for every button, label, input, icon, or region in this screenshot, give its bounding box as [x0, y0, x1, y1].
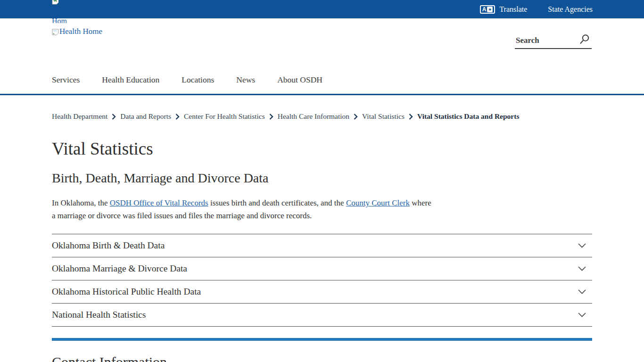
accordion-header[interactable]: Oklahoma Birth & Death Data	[52, 234, 592, 257]
translate-icon-letter: A	[482, 7, 487, 12]
accordion-list: Oklahoma Birth & Death Data Oklahoma Mar…	[52, 234, 592, 327]
intro-text-segment[interactable]: OSDH Office of Vital Records	[110, 198, 208, 207]
utility-topbar: A★ Translate State Agencies	[0, 0, 644, 18]
breadcrumb-link[interactable]: Center For Health Statistics	[184, 112, 265, 121]
accordion-header[interactable]: National Health Statistics	[52, 304, 592, 327]
chevron-down-icon	[578, 289, 586, 294]
breadcrumb-link: Vital Statistics Data and Reports	[417, 112, 519, 121]
search-box	[515, 33, 592, 49]
translate-button[interactable]: A★ Translate	[480, 5, 528, 14]
page-content: Health Department Data and Reports Cente	[52, 112, 592, 362]
page-title: Vital Statistics	[52, 140, 592, 159]
breadcrumb-item: Vital Statistics	[362, 112, 417, 121]
search-input[interactable]	[515, 35, 572, 46]
chevron-down-icon	[578, 313, 586, 317]
breadcrumb-link[interactable]: Data and Reports	[120, 112, 171, 121]
breadcrumb-link[interactable]: Health Care Information	[278, 112, 349, 121]
search-button[interactable]	[578, 33, 592, 48]
accordion-label: Oklahoma Marriage & Divorce Data	[52, 263, 187, 274]
breadcrumb-item: Vital Statistics Data and Reports	[417, 112, 519, 121]
chevron-right-icon	[354, 114, 358, 120]
accordion-label: Oklahoma Birth & Death Data	[52, 240, 165, 251]
accordion-header[interactable]: Oklahoma Marriage & Divorce Data	[52, 257, 592, 280]
broken-image-icon	[52, 28, 59, 38]
breadcrumb-item: Health Department	[52, 112, 120, 121]
nav-item[interactable]: Services	[52, 75, 80, 85]
translate-label: Translate	[499, 5, 527, 14]
chevron-down-icon	[578, 266, 586, 271]
breadcrumb-link[interactable]: Health Department	[52, 112, 107, 121]
translate-icon-star: ★	[487, 7, 493, 12]
health-home-link[interactable]: Health Home	[52, 27, 102, 38]
breadcrumb-item: Data and Reports	[120, 112, 184, 121]
nav-item[interactable]: News	[236, 75, 255, 85]
primary-nav: Services Health Education Locations News…	[52, 75, 322, 85]
header-divider-rule	[0, 94, 644, 95]
intro-paragraph: In Oklahoma, the OSDH Office of Vital Re…	[52, 197, 435, 222]
nav-item[interactable]: About OSDH	[277, 75, 322, 85]
search-icon	[578, 33, 591, 47]
intro-text-segment: In Oklahoma, the	[52, 198, 110, 207]
chevron-down-icon	[578, 243, 586, 248]
breadcrumb-item: Center For Health Statistics	[184, 112, 278, 121]
nav-item[interactable]: Locations	[182, 75, 214, 85]
intro-text-segment[interactable]: County Court Clerk	[346, 198, 410, 207]
accordion-label: National Health Statistics	[52, 310, 146, 320]
section-accent-bar	[52, 338, 592, 341]
chevron-right-icon	[175, 114, 180, 120]
intro-text-segment: issues birth and death certificates, and…	[208, 198, 346, 207]
accordion-label: Oklahoma Historical Public Health Data	[52, 287, 201, 297]
nav-item[interactable]: Health Education	[102, 75, 159, 85]
translate-icon: A★	[480, 5, 495, 14]
breadcrumb-item: Health Care Information	[278, 112, 362, 121]
accordion-header[interactable]: Oklahoma Historical Public Health Data	[52, 280, 592, 304]
health-home-label: Health Home	[59, 27, 102, 36]
page-subtitle: Birth, Death, Marriage and Divorce Data	[52, 171, 592, 186]
broken-image-icon	[52, 0, 59, 7]
chevron-right-icon	[409, 114, 413, 120]
state-agencies-link[interactable]: State Agencies	[548, 5, 593, 14]
chevron-right-icon	[112, 114, 116, 120]
utility-topbar-links: A★ Translate State Agencies	[480, 5, 644, 14]
breadcrumb-link[interactable]: Vital Statistics	[362, 112, 405, 121]
breadcrumb: Health Department Data and Reports Cente	[52, 112, 592, 121]
contact-information-heading: Contact Information	[52, 354, 592, 362]
chevron-right-icon	[269, 114, 273, 120]
